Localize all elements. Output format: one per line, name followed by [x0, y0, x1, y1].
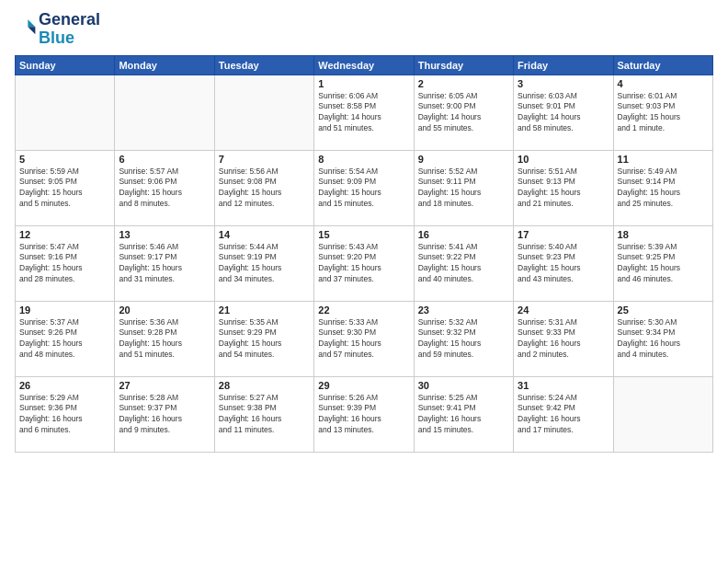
- day-number: 29: [318, 380, 409, 391]
- day-cell: 12Sunrise: 5:47 AM Sunset: 9:16 PM Dayli…: [16, 225, 115, 301]
- day-info: Sunrise: 6:05 AM Sunset: 9:00 PM Dayligh…: [418, 91, 509, 135]
- day-number: 8: [318, 154, 409, 165]
- day-info: Sunrise: 5:41 AM Sunset: 9:22 PM Dayligh…: [418, 242, 509, 286]
- col-header-tuesday: Tuesday: [214, 55, 313, 75]
- day-info: Sunrise: 5:36 AM Sunset: 9:28 PM Dayligh…: [119, 317, 210, 362]
- day-info: Sunrise: 5:56 AM Sunset: 9:08 PM Dayligh…: [219, 167, 310, 211]
- day-number: 15: [318, 229, 409, 240]
- logo-text-blue: Blue: [39, 29, 100, 48]
- day-number: 10: [518, 154, 609, 165]
- day-cell: 23Sunrise: 5:32 AM Sunset: 9:32 PM Dayli…: [414, 301, 513, 376]
- day-cell: 16Sunrise: 5:41 AM Sunset: 9:22 PM Dayli…: [414, 225, 513, 301]
- day-cell: 4Sunrise: 6:01 AM Sunset: 9:03 PM Daylig…: [613, 75, 712, 150]
- day-number: 31: [518, 380, 609, 391]
- day-info: Sunrise: 5:57 AM Sunset: 9:06 PM Dayligh…: [119, 167, 210, 211]
- header-row: SundayMondayTuesdayWednesdayThursdayFrid…: [16, 55, 713, 75]
- day-cell: 21Sunrise: 5:35 AM Sunset: 9:29 PM Dayli…: [214, 301, 313, 376]
- col-header-friday: Friday: [514, 55, 613, 75]
- day-info: Sunrise: 5:54 AM Sunset: 9:09 PM Dayligh…: [318, 167, 409, 211]
- day-cell: 11Sunrise: 5:49 AM Sunset: 9:14 PM Dayli…: [613, 150, 712, 225]
- day-info: Sunrise: 5:51 AM Sunset: 9:13 PM Dayligh…: [518, 167, 609, 211]
- day-number: 14: [219, 229, 310, 240]
- day-cell: 26Sunrise: 5:29 AM Sunset: 9:36 PM Dayli…: [16, 376, 115, 452]
- day-number: 17: [518, 229, 609, 240]
- logo-text-general: General: [39, 11, 100, 29]
- svg-marker-1: [28, 27, 35, 34]
- day-cell: 22Sunrise: 5:33 AM Sunset: 9:30 PM Dayli…: [314, 301, 414, 376]
- day-cell: 24Sunrise: 5:31 AM Sunset: 9:33 PM Dayli…: [514, 301, 613, 376]
- day-info: Sunrise: 5:26 AM Sunset: 9:39 PM Dayligh…: [318, 393, 409, 437]
- day-info: Sunrise: 5:32 AM Sunset: 9:32 PM Dayligh…: [418, 317, 509, 362]
- day-cell: 17Sunrise: 5:40 AM Sunset: 9:23 PM Dayli…: [514, 225, 613, 301]
- col-header-wednesday: Wednesday: [314, 55, 414, 75]
- day-number: 1: [318, 78, 409, 89]
- day-number: 19: [19, 304, 110, 316]
- day-number: 2: [418, 78, 509, 89]
- day-info: Sunrise: 6:06 AM Sunset: 8:58 PM Dayligh…: [318, 91, 409, 135]
- col-header-thursday: Thursday: [414, 55, 513, 75]
- day-info: Sunrise: 5:29 AM Sunset: 9:36 PM Dayligh…: [19, 393, 110, 437]
- day-info: Sunrise: 5:35 AM Sunset: 9:29 PM Dayligh…: [219, 317, 310, 362]
- header: General Blue: [15, 11, 713, 48]
- day-number: 5: [19, 154, 110, 165]
- week-row-5: 26Sunrise: 5:29 AM Sunset: 9:36 PM Dayli…: [16, 376, 713, 452]
- day-number: 21: [219, 304, 310, 316]
- day-number: 13: [119, 229, 210, 240]
- day-cell: 19Sunrise: 5:37 AM Sunset: 9:26 PM Dayli…: [16, 301, 115, 376]
- day-cell: 8Sunrise: 5:54 AM Sunset: 9:09 PM Daylig…: [314, 150, 414, 225]
- day-cell: 13Sunrise: 5:46 AM Sunset: 9:17 PM Dayli…: [115, 225, 214, 301]
- week-row-2: 5Sunrise: 5:59 AM Sunset: 9:05 PM Daylig…: [16, 150, 713, 225]
- day-cell: 30Sunrise: 5:25 AM Sunset: 9:41 PM Dayli…: [414, 376, 513, 452]
- day-cell: 7Sunrise: 5:56 AM Sunset: 9:08 PM Daylig…: [214, 150, 313, 225]
- day-info: Sunrise: 5:46 AM Sunset: 9:17 PM Dayligh…: [119, 242, 210, 286]
- day-cell: [16, 75, 115, 150]
- day-info: Sunrise: 5:25 AM Sunset: 9:41 PM Dayligh…: [418, 393, 509, 437]
- day-cell: [115, 75, 214, 150]
- logo-icon: [15, 17, 37, 39]
- day-info: Sunrise: 5:27 AM Sunset: 9:38 PM Dayligh…: [219, 393, 310, 437]
- day-number: 20: [119, 304, 210, 316]
- day-cell: 27Sunrise: 5:28 AM Sunset: 9:37 PM Dayli…: [115, 376, 214, 452]
- calendar-page: General Blue SundayMondayTuesdayWednesda…: [0, 0, 728, 563]
- day-number: 3: [518, 78, 609, 89]
- col-header-monday: Monday: [115, 55, 214, 75]
- day-info: Sunrise: 5:24 AM Sunset: 9:42 PM Dayligh…: [518, 393, 609, 437]
- day-cell: 31Sunrise: 5:24 AM Sunset: 9:42 PM Dayli…: [514, 376, 613, 452]
- day-cell: 5Sunrise: 5:59 AM Sunset: 9:05 PM Daylig…: [16, 150, 115, 225]
- day-info: Sunrise: 5:47 AM Sunset: 9:16 PM Dayligh…: [19, 242, 110, 286]
- day-cell: 29Sunrise: 5:26 AM Sunset: 9:39 PM Dayli…: [314, 376, 414, 452]
- day-number: 12: [19, 229, 110, 240]
- day-info: Sunrise: 5:28 AM Sunset: 9:37 PM Dayligh…: [119, 393, 210, 437]
- day-cell: [613, 376, 712, 452]
- day-cell: 14Sunrise: 5:44 AM Sunset: 9:19 PM Dayli…: [214, 225, 313, 301]
- week-row-4: 19Sunrise: 5:37 AM Sunset: 9:26 PM Dayli…: [16, 301, 713, 376]
- day-cell: 10Sunrise: 5:51 AM Sunset: 9:13 PM Dayli…: [514, 150, 613, 225]
- day-info: Sunrise: 5:49 AM Sunset: 9:14 PM Dayligh…: [618, 167, 709, 211]
- day-number: 11: [618, 154, 709, 165]
- day-info: Sunrise: 5:33 AM Sunset: 9:30 PM Dayligh…: [318, 317, 409, 362]
- day-cell: [214, 75, 313, 150]
- day-number: 30: [418, 380, 509, 391]
- week-row-3: 12Sunrise: 5:47 AM Sunset: 9:16 PM Dayli…: [16, 225, 713, 301]
- day-number: 24: [518, 304, 609, 316]
- day-cell: 18Sunrise: 5:39 AM Sunset: 9:25 PM Dayli…: [613, 225, 712, 301]
- day-number: 9: [418, 154, 509, 165]
- logo: General Blue: [15, 11, 100, 48]
- day-info: Sunrise: 5:43 AM Sunset: 9:20 PM Dayligh…: [318, 242, 409, 286]
- col-header-sunday: Sunday: [16, 55, 115, 75]
- calendar-table: SundayMondayTuesdayWednesdayThursdayFrid…: [15, 55, 713, 453]
- day-cell: 15Sunrise: 5:43 AM Sunset: 9:20 PM Dayli…: [314, 225, 414, 301]
- day-number: 27: [119, 380, 210, 391]
- day-info: Sunrise: 5:59 AM Sunset: 9:05 PM Dayligh…: [19, 167, 110, 211]
- svg-marker-0: [28, 19, 35, 27]
- day-info: Sunrise: 6:03 AM Sunset: 9:01 PM Dayligh…: [518, 91, 609, 135]
- day-cell: 3Sunrise: 6:03 AM Sunset: 9:01 PM Daylig…: [514, 75, 613, 150]
- week-row-1: 1Sunrise: 6:06 AM Sunset: 8:58 PM Daylig…: [16, 75, 713, 150]
- day-cell: 2Sunrise: 6:05 AM Sunset: 9:00 PM Daylig…: [414, 75, 513, 150]
- day-number: 16: [418, 229, 509, 240]
- day-number: 18: [618, 229, 709, 240]
- day-cell: 9Sunrise: 5:52 AM Sunset: 9:11 PM Daylig…: [414, 150, 513, 225]
- day-cell: 6Sunrise: 5:57 AM Sunset: 9:06 PM Daylig…: [115, 150, 214, 225]
- day-cell: 28Sunrise: 5:27 AM Sunset: 9:38 PM Dayli…: [214, 376, 313, 452]
- day-number: 25: [618, 304, 709, 316]
